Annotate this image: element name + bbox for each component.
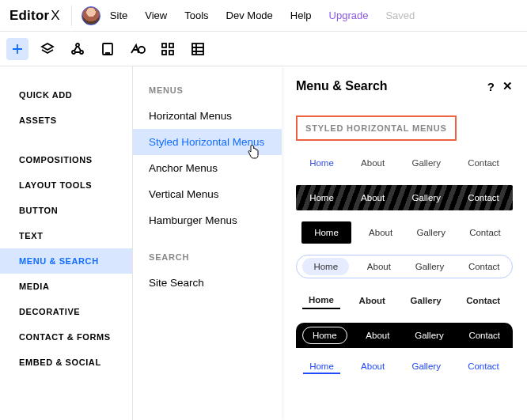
svg-rect-7 xyxy=(162,51,166,55)
menu-item: Gallery xyxy=(409,259,450,274)
menu-item: Home xyxy=(303,155,340,171)
sidebar-item-assets[interactable]: ASSETS xyxy=(0,108,132,133)
menu-item: Home xyxy=(302,327,347,344)
menu-item: Gallery xyxy=(405,358,446,374)
menu-item: About xyxy=(359,327,396,343)
menu-item: Home xyxy=(303,358,340,374)
section-title: STYLED HORIZONTAL MENUS xyxy=(298,117,455,139)
previews: Home About Gallery Contact Home About Ga… xyxy=(282,150,527,375)
sidebar-item-compositions[interactable]: COMPOSITIONS xyxy=(0,147,132,172)
panel-header: Menu & Search ? ✕ xyxy=(282,66,527,104)
sidebar-item-media[interactable]: MEDIA xyxy=(0,274,132,299)
menu-item: Contact xyxy=(461,358,506,374)
menu-item: Home xyxy=(302,292,340,309)
menu-item: Contact xyxy=(462,259,506,274)
sidebar-item-decorative[interactable]: DECORATIVE xyxy=(0,299,132,324)
menu-item: Contact xyxy=(461,190,506,206)
svg-point-2 xyxy=(80,51,83,54)
menu-item: Home xyxy=(301,221,351,244)
sidebar-item-quickadd[interactable]: QUICK ADD xyxy=(0,82,132,108)
subpanel-group-search: SEARCH xyxy=(133,233,282,270)
svg-rect-5 xyxy=(162,44,166,47)
preview-4[interactable]: Home About Gallery Contact xyxy=(296,255,513,278)
opt-horizontal-menus[interactable]: Horizontal Menus xyxy=(133,103,282,129)
logo-text: Editor xyxy=(9,8,49,23)
panel-actions: ? ✕ xyxy=(487,79,513,93)
preview-7[interactable]: Home About Gallery Contact xyxy=(296,358,513,375)
menu-saved: Saved xyxy=(385,9,415,21)
table-icon[interactable] xyxy=(187,38,209,60)
menu-item: About xyxy=(354,190,391,206)
svg-rect-8 xyxy=(169,51,173,55)
menu-item: Contact xyxy=(461,155,506,171)
help-icon[interactable]: ? xyxy=(487,80,495,93)
share-tool-icon[interactable] xyxy=(66,38,89,60)
menu-item: Home xyxy=(303,190,340,206)
section-title-highlight: STYLED HORIZONTAL MENUS xyxy=(296,115,457,141)
menu-item: Contact xyxy=(462,327,506,343)
menu-devmode[interactable]: Dev Mode xyxy=(226,9,273,21)
panel-title: Menu & Search xyxy=(296,79,388,93)
grid-icon[interactable] xyxy=(157,38,179,60)
preview-6[interactable]: Home About Gallery Contact xyxy=(296,323,513,348)
avatar[interactable] xyxy=(82,6,100,25)
menu-item: Contact xyxy=(463,225,507,240)
menu-item: Contact xyxy=(460,293,506,308)
menu-view[interactable]: View xyxy=(145,9,167,21)
layers-tool-icon[interactable] xyxy=(36,38,59,60)
menu-item: Gallery xyxy=(404,293,448,308)
preview-3[interactable]: Home About Gallery Contact xyxy=(296,220,513,245)
svg-point-1 xyxy=(72,51,75,54)
theme-tool-icon[interactable] xyxy=(127,38,149,60)
opt-label: Styled Horizontal Menus xyxy=(149,136,264,148)
preview-2[interactable]: Home About Gallery Contact xyxy=(296,185,513,210)
menu-item: Gallery xyxy=(405,155,446,171)
menu-item: About xyxy=(354,358,391,374)
design-panel: Menu & Search ? ✕ STYLED HORIZONTAL MENU… xyxy=(282,66,527,420)
svg-point-0 xyxy=(76,44,79,47)
menu-item: Gallery xyxy=(405,190,446,206)
opt-site-search[interactable]: Site Search xyxy=(133,270,282,296)
svg-point-4 xyxy=(138,47,145,53)
preview-1[interactable]: Home About Gallery Contact xyxy=(296,150,513,176)
add-tool-icon[interactable] xyxy=(6,38,28,60)
sidebar-item-contactforms[interactable]: CONTACT & FORMS xyxy=(0,324,132,350)
tool-row xyxy=(0,32,527,66)
sidebar-item-embedsocial[interactable]: EMBED & SOCIAL xyxy=(0,350,132,375)
menu-upgrade[interactable]: Upgrade xyxy=(329,9,369,21)
sidebar-item-menusearch[interactable]: MENU & SEARCH xyxy=(0,248,132,274)
top-bar: EditorX Site View Tools Dev Mode Help Up… xyxy=(0,0,527,32)
menu-item: Home xyxy=(302,258,349,275)
svg-rect-6 xyxy=(169,44,173,47)
sidebar-item-layouttools[interactable]: LAYOUT TOOLS xyxy=(0,172,132,198)
divider xyxy=(71,6,72,26)
menu-item: Gallery xyxy=(410,225,451,240)
body: QUICK ADD ASSETS COMPOSITIONS LAYOUT TOO… xyxy=(0,66,527,420)
subpanel-group-menus: MENUS xyxy=(133,66,282,103)
close-icon[interactable]: ✕ xyxy=(502,79,513,93)
app-logo: EditorX xyxy=(9,8,71,24)
menu-item: About xyxy=(361,259,397,274)
menu-tools[interactable]: Tools xyxy=(184,9,208,21)
sidebar-item-text[interactable]: TEXT xyxy=(0,223,132,248)
opt-vertical-menus[interactable]: Vertical Menus xyxy=(133,181,282,207)
page-tool-icon[interactable] xyxy=(97,38,119,60)
logo-suffix: X xyxy=(51,8,60,23)
svg-rect-9 xyxy=(192,44,203,55)
menu-site[interactable]: Site xyxy=(110,9,127,21)
opt-hamburger-menus[interactable]: Hamburger Menus xyxy=(133,207,282,233)
menu-item: About xyxy=(354,155,391,171)
menu-bar: Site View Tools Dev Mode Help Upgrade Sa… xyxy=(110,9,415,21)
sub-panel: MENUS Horizontal Menus Styled Horizontal… xyxy=(133,66,282,420)
opt-styled-horizontal-menus[interactable]: Styled Horizontal Menus xyxy=(133,129,282,155)
opt-anchor-menus[interactable]: Anchor Menus xyxy=(133,155,282,181)
menu-item: Gallery xyxy=(408,327,449,343)
sidebar-item-button[interactable]: BUTTON xyxy=(0,198,132,223)
menu-item: About xyxy=(362,225,399,240)
menu-help[interactable]: Help xyxy=(290,9,312,21)
menu-item: About xyxy=(353,293,392,308)
left-sidebar: QUICK ADD ASSETS COMPOSITIONS LAYOUT TOO… xyxy=(0,66,133,420)
preview-5[interactable]: Home About Gallery Contact xyxy=(296,288,513,313)
